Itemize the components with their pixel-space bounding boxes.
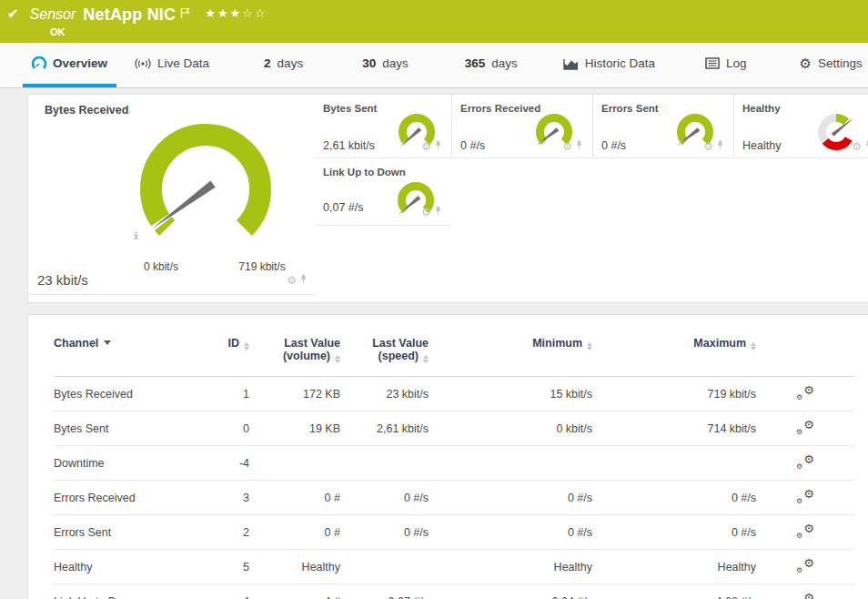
status-badge: OK <box>50 26 868 37</box>
gauge-scale-min: 0 kbit/s <box>134 260 188 273</box>
gauge-cell-errors-sent[interactable]: Errors Sent 0 #/s ⚙ <box>592 95 733 158</box>
table-row: Errors Sent 2 0 # 0 #/s 0 #/s 0 #/s ⚙⚙ <box>54 515 854 550</box>
mini-gauge-grid: Bytes Sent 2,61 kbit/s ⚙ Errors Received… <box>315 95 868 226</box>
tab-live-data[interactable]: Live Data <box>126 43 218 87</box>
column-header-last-value-volume[interactable]: Last Value(volume) <box>249 333 340 377</box>
gauge-cell-bytes-received[interactable]: Bytes Received x̄ 0 kbit/s 719 kbit/s 23… <box>28 95 315 295</box>
sort-icon <box>244 342 249 350</box>
table-row: Link Up to Down 4 4 # 0,07 #/s 0,04 #/s … <box>54 584 854 599</box>
sensor-header: ✔ Sensor NetApp NIC ★★★☆☆ OK <box>0 0 868 43</box>
channel-settings-icon[interactable]: ⚙⚙ <box>796 523 814 538</box>
table-row: Bytes Received 1 172 KB 23 kbit/s 15 kbi… <box>54 377 854 411</box>
channel-table: Channel ID Last Value(volume) Last Value… <box>54 333 854 599</box>
gauge-cell-healthy[interactable]: Healthy Healthy ⚙ <box>733 95 868 158</box>
gear-icon[interactable]: ⚙ <box>852 141 862 152</box>
pin-icon[interactable] <box>864 138 868 155</box>
live-data-icon <box>135 57 151 70</box>
gauge-cell-link-up-to-down[interactable]: Link Up to Down 0,07 #/s ⚙ <box>315 158 451 226</box>
log-icon <box>705 57 720 69</box>
sort-caret-icon <box>104 340 111 345</box>
column-header-maximum[interactable]: Maximum <box>592 333 756 377</box>
tab-log[interactable]: Log <box>696 43 756 87</box>
sort-icon <box>335 355 340 363</box>
tab-bar: Overview Live Data 2 days 30 days 365 da… <box>0 43 868 88</box>
gauge-tools: ⚙ <box>287 272 308 289</box>
gear-icon[interactable]: ⚙ <box>703 141 713 152</box>
gauge-cell-errors-received[interactable]: Errors Received 0 #/s ⚙ <box>451 95 592 158</box>
tab-30-days[interactable]: 30 days <box>353 43 418 87</box>
gear-icon[interactable]: ⚙ <box>562 141 572 152</box>
sort-icon <box>751 342 756 350</box>
table-header-row: Channel ID Last Value(volume) Last Value… <box>54 333 854 377</box>
gauge-current-value: 23 kbit/s <box>37 272 88 288</box>
sensor-name: NetApp NIC <box>83 5 176 24</box>
channel-settings-icon[interactable]: ⚙⚙ <box>796 454 814 469</box>
column-header-last-value-speed[interactable]: Last Value(speed) <box>340 333 429 377</box>
channel-settings-icon[interactable]: ⚙⚙ <box>796 593 814 599</box>
channel-table-panel: Channel ID Last Value(volume) Last Value… <box>27 314 868 599</box>
priority-stars[interactable]: ★★★☆☆ <box>205 6 267 21</box>
overview-gauges-panel: Bytes Received x̄ 0 kbit/s 719 kbit/s 23… <box>27 94 868 303</box>
sensor-type-label: Sensor <box>30 5 76 24</box>
column-header-id[interactable]: ID <box>199 333 249 377</box>
average-marker: x̄ <box>134 231 138 241</box>
gear-icon[interactable]: ⚙ <box>287 275 297 286</box>
gauge-tools: ⚙ <box>562 138 583 155</box>
gauge-tools: ⚙ <box>421 204 442 220</box>
column-header-minimum[interactable]: Minimum <box>429 333 592 377</box>
gauge-tools: ⚙ <box>421 138 442 155</box>
settings-gear-icon: ⚙ <box>800 57 812 70</box>
gauge-scale-max: 719 kbit/s <box>230 260 294 273</box>
channel-settings-icon[interactable]: ⚙⚙ <box>796 558 814 573</box>
gear-icon[interactable]: ⚙ <box>421 141 431 152</box>
gauge-title: Bytes Received <box>45 104 128 117</box>
tab-2-days[interactable]: 2 days <box>255 43 312 87</box>
historic-data-icon <box>563 57 579 70</box>
channel-settings-icon[interactable]: ⚙⚙ <box>796 489 814 503</box>
gauge-cell-bytes-sent[interactable]: Bytes Sent 2,61 kbit/s ⚙ <box>315 95 451 158</box>
channel-settings-icon[interactable]: ⚙⚙ <box>796 420 814 434</box>
tab-overview[interactable]: Overview <box>23 43 116 87</box>
channel-settings-icon[interactable]: ⚙⚙ <box>796 385 814 400</box>
pin-icon[interactable] <box>299 272 308 289</box>
gear-icon[interactable]: ⚙ <box>421 207 431 218</box>
tab-365-days[interactable]: 365 days <box>456 43 527 87</box>
pin-icon[interactable] <box>434 204 442 220</box>
gauge-tools: ⚙ <box>852 138 868 155</box>
sort-icon <box>587 342 592 350</box>
table-row: Healthy 5 Healthy Healthy Healthy ⚙⚙ <box>54 550 854 584</box>
tab-historic-data[interactable]: Historic Data <box>554 43 664 87</box>
pin-icon[interactable] <box>575 138 583 155</box>
flag-icon[interactable] <box>180 6 190 23</box>
status-ok-check-icon: ✔ <box>7 5 19 22</box>
sort-icon <box>423 355 429 363</box>
table-row: Downtime -4 ⚙⚙ <box>54 446 854 481</box>
table-row: Bytes Sent 0 19 KB 2,61 kbit/s 0 kbit/s … <box>54 411 854 446</box>
bytes-received-gauge <box>128 112 283 267</box>
column-header-channel[interactable]: Channel <box>54 333 199 377</box>
table-row: Errors Received 3 0 # 0 #/s 0 #/s 0 #/s … <box>54 481 854 515</box>
pin-icon[interactable] <box>434 138 442 155</box>
tab-settings[interactable]: ⚙ Settings <box>791 43 868 87</box>
gauge-icon <box>32 56 46 71</box>
pin-icon[interactable] <box>716 138 724 155</box>
gauge-tools: ⚙ <box>703 138 724 155</box>
